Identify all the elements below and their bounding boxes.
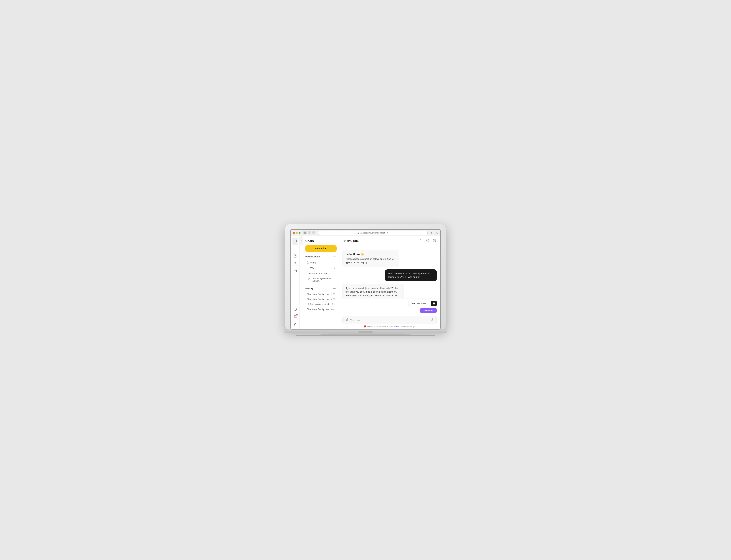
- chat-input-area: [342, 316, 437, 324]
- history-item-1[interactable]: Chat about Family Law 10:58: [305, 297, 336, 301]
- history-item-2[interactable]: Tax Law Agreement... Thu: [305, 302, 336, 307]
- chat-title: Chat's Title: [342, 239, 359, 243]
- sub-chat-title: Tax Law Agreements compar...: [311, 277, 335, 282]
- pinned-chat-title: Chat about Tax Law: [307, 272, 327, 275]
- history-item-time-3: Wed: [331, 308, 335, 310]
- history-item-title-0: Chat about Family Law: [307, 293, 331, 295]
- share-icon[interactable]: ⬆: [431, 232, 432, 234]
- nav-person-icon[interactable]: [292, 260, 298, 267]
- doc-icon: [308, 278, 310, 281]
- sidebar-collapse-button[interactable]: ›: [300, 236, 303, 245]
- attach-file-button[interactable]: [345, 318, 349, 322]
- greeting-body: Please choose a question below, or feel …: [345, 257, 396, 264]
- chat-header-actions: [419, 238, 437, 244]
- footer-survey-link[interactable]: Survey: [394, 325, 400, 328]
- nav-document-icon[interactable]: [292, 253, 298, 259]
- laptop-notch: [358, 331, 373, 333]
- folder-item-work-1[interactable]: Work ⌄: [305, 260, 336, 265]
- pinned-section-menu-button[interactable]: ⋯: [332, 255, 336, 259]
- bot-response-message: If you have been injured in an accident …: [342, 284, 404, 298]
- chat-input-field[interactable]: [350, 319, 429, 321]
- stop-response-area: Stop response: [342, 301, 437, 306]
- prompts-area: Prompts: [342, 308, 437, 315]
- footer-note-post: and receive a gift: [400, 325, 416, 328]
- new-chat-button[interactable]: New Chat: [305, 245, 336, 252]
- history-section-title: History: [305, 287, 313, 290]
- nav-icons-sidebar: [291, 236, 300, 329]
- svg-point-7: [427, 240, 428, 241]
- browser-chrome: ⊞ ‹ › 🔒 app.allawyer.pro/main#/chat/ ↻ ⬆…: [291, 230, 440, 236]
- history-item-title-1: Chat about Family Law: [307, 298, 329, 300]
- maximize-button[interactable]: [298, 232, 300, 234]
- svg-point-0: [295, 262, 296, 263]
- chat-footer: Stop response Prompts: [339, 298, 440, 329]
- laptop-foot: [296, 335, 435, 336]
- traffic-lights: [293, 232, 300, 234]
- refresh-icon: ↻: [387, 232, 389, 234]
- chevron-down-icon-2: ⌄: [333, 267, 335, 269]
- history-item-title-3: Chat about Family Law: [307, 308, 330, 311]
- svg-rect-1: [294, 270, 296, 272]
- add-tab-icon[interactable]: +: [434, 232, 435, 234]
- folder-icon-2: [307, 267, 309, 270]
- svg-marker-5: [294, 323, 296, 325]
- folder-label-1: Work: [310, 261, 316, 264]
- tab-switcher-icon[interactable]: ⊞: [303, 231, 306, 234]
- history-item-title-2: Tax Law Agreement...: [310, 303, 331, 305]
- close-button[interactable]: [293, 232, 295, 234]
- chat-messages: Hello, Uroos 👋 Please choose a question …: [339, 246, 440, 298]
- pinned-section-title: Pinned chats: [305, 255, 320, 258]
- sub-chat-tax-agreements[interactable]: Tax Law Agreements compar...: [305, 276, 336, 283]
- nav-divider: [295, 246, 295, 251]
- sidebar-title: Chats: [305, 239, 336, 243]
- pinned-section-header: Pinned chats ⋯: [305, 255, 336, 259]
- history-section: History ⋯ Chat about Family Law 9:36 Cha…: [305, 286, 336, 312]
- chevron-down-icon-1: ⌄: [333, 261, 335, 264]
- stop-response-button[interactable]: Stop response: [408, 301, 429, 306]
- settings-chat-button[interactable]: [432, 238, 437, 244]
- footer-note-pre: 🎁 Help us improve! Take a 1-min: [364, 325, 394, 328]
- nav-info-icon[interactable]: [292, 306, 298, 312]
- history-doc-icon: [307, 303, 309, 306]
- bot-greeting-message: Hello, Uroos 👋 Please choose a question …: [342, 250, 399, 267]
- nav-sparkle-icon[interactable]: [292, 321, 298, 327]
- history-item-3[interactable]: Chat about Family Law Wed: [305, 307, 336, 312]
- sidebar: Chats New Chat Pinned chats ⋯: [303, 236, 339, 329]
- nav-bell-icon[interactable]: [292, 313, 298, 320]
- history-item-time-2: Thu: [332, 303, 335, 305]
- greeting-text: Hello, Uroos 👋: [345, 252, 396, 256]
- stop-icon-button[interactable]: [431, 301, 437, 306]
- laptop-stand: [285, 333, 446, 335]
- folder-icon-1: [307, 261, 309, 264]
- svg-point-8: [434, 240, 435, 241]
- prompts-button[interactable]: Prompts: [420, 308, 437, 313]
- history-section-menu-button[interactable]: ⋯: [332, 286, 336, 290]
- address-bar[interactable]: 🔒 app.allawyer.pro/main#/chat/ ↻: [318, 231, 428, 235]
- history-item-0[interactable]: Chat about Family Law 9:36: [305, 292, 336, 297]
- pin-chat-button[interactable]: [425, 238, 430, 244]
- nav-chat-icon[interactable]: [292, 238, 298, 245]
- user-message-text: What should I do if I've been injured in…: [388, 272, 430, 278]
- voice-input-button[interactable]: [431, 318, 434, 322]
- url-text: app.allawyer.pro/main#/chat/: [360, 232, 385, 234]
- pinned-chat-tax-law[interactable]: Chat about Tax Law: [305, 271, 336, 276]
- svg-rect-9: [433, 302, 435, 304]
- history-section-header: History ⋯: [305, 286, 336, 290]
- share-chat-button[interactable]: [419, 238, 423, 244]
- forward-button[interactable]: ›: [312, 231, 315, 234]
- downloads-icon[interactable]: ⊡: [436, 232, 438, 234]
- browser-nav-controls: ⊞ ‹ ›: [303, 231, 315, 234]
- app-layout: › Chats New Chat Pinned chats ⋯: [291, 236, 440, 329]
- pinned-chats-section: Pinned chats ⋯ Work: [305, 255, 336, 283]
- folder-item-work-2[interactable]: Work ⌄: [305, 266, 336, 271]
- nav-briefcase-icon[interactable]: [292, 268, 298, 274]
- footer-note: 🎁 Help us improve! Take a 1-min Survey a…: [342, 325, 437, 328]
- minimize-button[interactable]: [296, 232, 298, 234]
- lock-icon: 🔒: [357, 232, 359, 234]
- back-button[interactable]: ‹: [308, 231, 311, 234]
- chat-header: Chat's Title: [339, 236, 440, 246]
- bot-response-text: If you have been injured in an accident …: [345, 287, 401, 298]
- folder-label-2: Work: [310, 267, 316, 270]
- user-message-1: What should I do if I've been injured in…: [385, 269, 437, 281]
- browser-action-buttons: ⬆ + ⊡: [431, 232, 438, 234]
